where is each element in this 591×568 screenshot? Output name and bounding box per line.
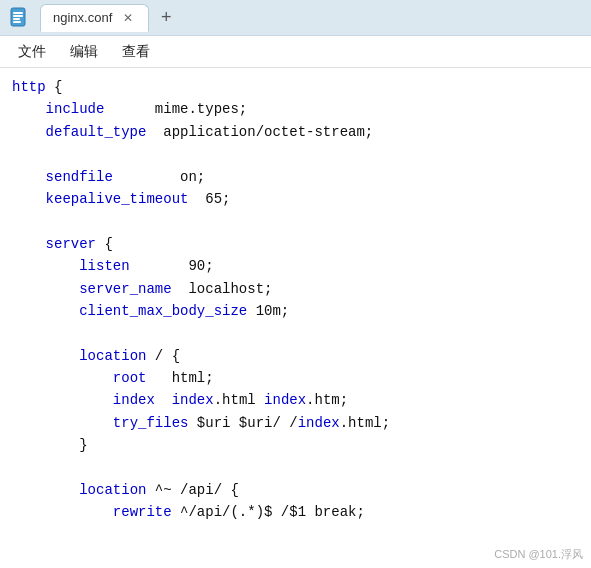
code-editor[interactable]: http { include mime.types; default_type …	[0, 68, 591, 568]
code-line: server_name localhost;	[0, 278, 591, 300]
svg-rect-2	[13, 15, 23, 17]
code-line: index index.html index.htm;	[0, 389, 591, 411]
new-tab-button[interactable]: +	[153, 5, 179, 31]
title-bar: nginx.conf ✕ +	[0, 0, 591, 36]
svg-rect-3	[13, 18, 20, 20]
code-line: root html;	[0, 367, 591, 389]
tab-close-button[interactable]: ✕	[120, 10, 136, 26]
code-line: sendfile on;	[0, 166, 591, 188]
code-line	[0, 322, 591, 344]
code-line: default_type application/octet-stream;	[0, 121, 591, 143]
tab-area: nginx.conf ✕ +	[40, 4, 583, 32]
code-line	[0, 457, 591, 479]
code-line: http {	[0, 76, 591, 98]
tab-label: nginx.conf	[53, 10, 112, 25]
code-line	[0, 143, 591, 165]
code-line: keepalive_timeout 65;	[0, 188, 591, 210]
menu-file[interactable]: 文件	[8, 39, 56, 65]
code-line: server {	[0, 233, 591, 255]
code-line: listen 90;	[0, 255, 591, 277]
code-line: location ^~ /api/ {	[0, 479, 591, 501]
code-line: location / {	[0, 345, 591, 367]
svg-rect-1	[13, 12, 23, 14]
main-window: nginx.conf ✕ + 文件 编辑 查看 http { include m…	[0, 0, 591, 568]
menu-bar: 文件 编辑 查看	[0, 36, 591, 68]
menu-view[interactable]: 查看	[112, 39, 160, 65]
code-line: client_max_body_size 10m;	[0, 300, 591, 322]
code-line	[0, 210, 591, 232]
svg-rect-4	[13, 21, 21, 23]
code-line: include mime.types;	[0, 98, 591, 120]
code-line: try_files $uri $uri/ /index.html;	[0, 412, 591, 434]
code-line: rewrite ^/api/(.*)$ /$1 break;	[0, 501, 591, 523]
active-tab[interactable]: nginx.conf ✕	[40, 4, 149, 32]
menu-edit[interactable]: 编辑	[60, 39, 108, 65]
file-icon	[8, 6, 32, 30]
code-line: }	[0, 434, 591, 456]
